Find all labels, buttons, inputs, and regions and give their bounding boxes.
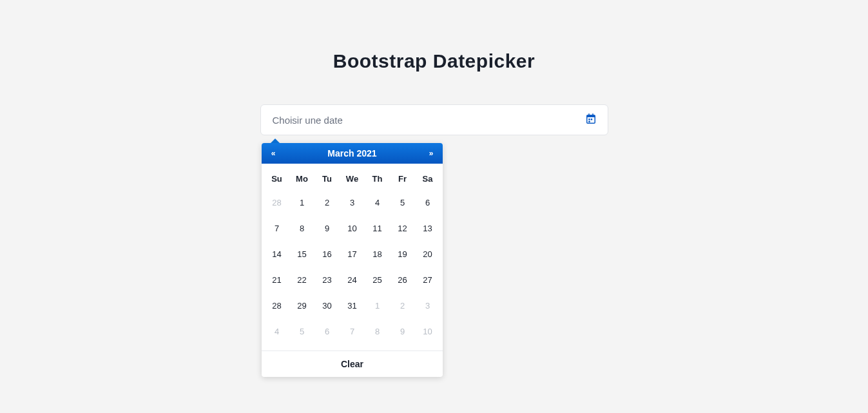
- day-cell[interactable]: 9: [390, 318, 415, 344]
- day-cell[interactable]: 24: [340, 267, 365, 293]
- calendar-icon[interactable]: [586, 113, 596, 126]
- day-cell[interactable]: 19: [390, 241, 415, 267]
- calendar-grid: SuMoTuWeThFrSa 2812345678910111213141516…: [264, 168, 440, 344]
- day-cell[interactable]: 8: [365, 318, 390, 344]
- day-cell[interactable]: 5: [390, 189, 415, 215]
- day-cell[interactable]: 17: [340, 241, 365, 267]
- date-input-group: [260, 104, 608, 135]
- weekday-header: Tu: [314, 168, 340, 189]
- day-cell[interactable]: 1: [289, 189, 314, 215]
- day-cell[interactable]: 7: [340, 318, 365, 344]
- day-cell[interactable]: 28: [264, 189, 289, 215]
- day-cell[interactable]: 2: [390, 293, 415, 318]
- page-title: Bootstrap Datepicker: [260, 50, 608, 72]
- next-month-button[interactable]: »: [420, 149, 443, 158]
- weekday-header: Sa: [415, 168, 440, 189]
- weekday-header: Fr: [390, 168, 415, 189]
- datepicker-header: « March 2021 »: [262, 143, 443, 164]
- weekday-header: We: [340, 168, 365, 189]
- day-cell[interactable]: 12: [390, 215, 415, 241]
- day-cell[interactable]: 26: [390, 267, 415, 293]
- day-cell[interactable]: 4: [264, 318, 289, 344]
- day-cell[interactable]: 7: [264, 215, 289, 241]
- day-cell[interactable]: 9: [314, 215, 340, 241]
- weekday-header: Su: [264, 168, 289, 189]
- day-cell[interactable]: 20: [415, 241, 440, 267]
- day-cell[interactable]: 14: [264, 241, 289, 267]
- day-cell[interactable]: 16: [314, 241, 340, 267]
- day-cell[interactable]: 27: [415, 267, 440, 293]
- weekday-header: Th: [365, 168, 390, 189]
- day-cell[interactable]: 4: [365, 189, 390, 215]
- datepicker-body: SuMoTuWeThFrSa 2812345678910111213141516…: [262, 164, 443, 351]
- date-input[interactable]: [273, 115, 586, 126]
- day-cell[interactable]: 1: [365, 293, 390, 318]
- day-cell[interactable]: 31: [340, 293, 365, 318]
- month-year-switch[interactable]: March 2021: [285, 148, 420, 158]
- day-cell[interactable]: 22: [289, 267, 314, 293]
- day-cell[interactable]: 30: [314, 293, 340, 318]
- day-cell[interactable]: 28: [264, 293, 289, 318]
- day-cell[interactable]: 10: [340, 215, 365, 241]
- day-cell[interactable]: 2: [314, 189, 340, 215]
- day-cell[interactable]: 25: [365, 267, 390, 293]
- weekday-header: Mo: [289, 168, 314, 189]
- day-cell[interactable]: 6: [314, 318, 340, 344]
- day-cell[interactable]: 13: [415, 215, 440, 241]
- datepicker-popup: « March 2021 » SuMoTuWeThFrSa 2812345678…: [262, 143, 443, 377]
- day-cell[interactable]: 5: [289, 318, 314, 344]
- day-cell[interactable]: 8: [289, 215, 314, 241]
- day-cell[interactable]: 10: [415, 318, 440, 344]
- day-cell[interactable]: 29: [289, 293, 314, 318]
- clear-button[interactable]: Clear: [262, 351, 443, 377]
- day-cell[interactable]: 21: [264, 267, 289, 293]
- day-cell[interactable]: 6: [415, 189, 440, 215]
- day-cell[interactable]: 11: [365, 215, 390, 241]
- day-cell[interactable]: 23: [314, 267, 340, 293]
- day-cell[interactable]: 3: [415, 293, 440, 318]
- day-cell[interactable]: 3: [340, 189, 365, 215]
- prev-month-button[interactable]: «: [262, 149, 285, 158]
- day-cell[interactable]: 18: [365, 241, 390, 267]
- day-cell[interactable]: 15: [289, 241, 314, 267]
